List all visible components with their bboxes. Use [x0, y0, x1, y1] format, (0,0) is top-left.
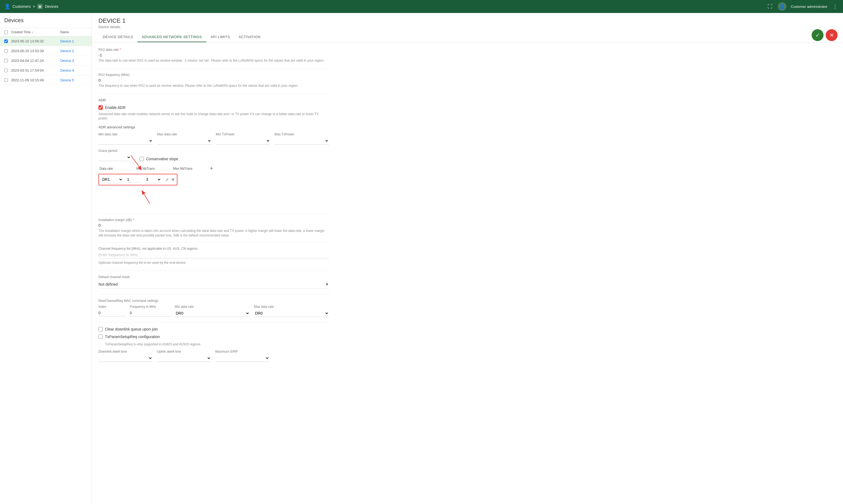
panel-body: RX2 data-rate * -1 The data-rate to use …	[92, 42, 335, 383]
dr-row-actions: ✓ ✕	[165, 177, 175, 182]
channel-freq-hint: Optional channel frequency list to be us…	[99, 260, 329, 265]
breadcrumb: 👤 Customers > ▦ Devices	[4, 3, 58, 10]
tx-param-row: TxParamSetupReq configuration	[99, 335, 329, 339]
max-data-rate-select[interactable]	[157, 137, 211, 145]
channel-freq-input[interactable]	[99, 252, 329, 258]
rx2-frequency-group: RX2 frequency (MHz) 0 The frequency to u…	[99, 73, 329, 88]
dr-data-rate-select[interactable]: DR1 DR0 DR2 DR3	[101, 176, 123, 183]
breadcrumb-customers[interactable]: Customers	[13, 4, 31, 8]
max-eirp-label: Maximum EIRP	[215, 350, 269, 354]
list-item[interactable]: 2023-05-10 13:53:39 Device 2	[0, 46, 92, 56]
downlink-dwell-select[interactable]	[99, 355, 153, 362]
list-item[interactable]: 2023-05-10 13:56:32 Device 1	[0, 36, 92, 46]
device-checkbox[interactable]	[4, 59, 8, 62]
breadcrumb-separator: >	[33, 4, 35, 8]
dr-table-header: Data rate Min NbTrans Max NbTrans +	[99, 165, 329, 172]
device-time: 2023-05-10 13:56:32	[11, 39, 57, 43]
min-data-rate-select[interactable]	[99, 137, 153, 145]
max-eirp-select[interactable]	[215, 355, 269, 362]
person-icon: 👤	[4, 3, 10, 10]
mac-min-data-rate-select[interactable]: DR0 DR1 DR2	[175, 310, 250, 317]
nav-right: ⛶ 👤 Customer administrator ⋮	[767, 2, 839, 11]
device-list: 2023-05-10 13:56:32 Device 1 2023-05-10 …	[0, 36, 92, 85]
mac-frequency-label: Frequency in MHz	[130, 305, 170, 309]
tab-device-details[interactable]: DEVICE DETAILS	[99, 32, 137, 42]
confirm-button[interactable]: ✓	[812, 29, 824, 41]
clear-downlink-label: Clear downlink queue upon join	[105, 327, 158, 331]
device-name: Device 4	[60, 68, 87, 72]
max-nb-trans-select[interactable]: 3 1 2 4	[145, 176, 161, 183]
device-checkbox[interactable]	[4, 78, 8, 82]
close-icon: ✕	[829, 32, 834, 38]
mac-max-data-rate-select[interactable]: DR0 DR1 DR2	[254, 310, 329, 317]
adr-section: ADR Enable ADR Advanced data rate mode e…	[99, 98, 329, 210]
list-item[interactable]: 2022-11-09 10:15:49 Device 5	[0, 75, 92, 85]
panel-header: DEVICE 1 Device details DEVICE DETAILS A…	[92, 13, 843, 42]
rx2-data-rate-value: -1	[99, 53, 329, 57]
breadcrumb-devices[interactable]: Devices	[45, 4, 58, 8]
dr-row-container: DR1 DR0 DR2 DR3 3 1 2 4	[99, 174, 177, 187]
sort-by-created-time[interactable]: Created Time ↓	[4, 30, 59, 34]
max-eirp-col: Maximum EIRP	[215, 350, 269, 362]
mac-min-data-rate-label: Min data rate	[175, 305, 250, 309]
conservative-slope-col: Conservative slope	[140, 157, 178, 161]
tabs: DEVICE DETAILS ADVANCED NETWORK SETTINGS…	[99, 32, 837, 42]
adr-advanced-grid: Min data rate Max data rate Min TxPower	[99, 132, 329, 145]
max-data-rate-col: Max data rate	[157, 132, 211, 145]
rx2-data-rate-label: RX2 data-rate *	[99, 48, 329, 52]
list-item[interactable]: 2023-04-04 11:47:24 Device 3	[0, 56, 92, 66]
device-checkbox[interactable]	[4, 39, 8, 43]
min-tx-power-select[interactable]	[216, 137, 270, 145]
max-tx-power-col: Max TxPower	[275, 132, 329, 145]
list-item[interactable]: 2023-03-31 17:54:04 Device 4	[0, 66, 92, 75]
sidebar-table-header: Created Time ↓ Name	[0, 28, 92, 36]
clear-downlink-checkbox[interactable]	[99, 327, 103, 331]
device-time: 2023-03-31 17:54:04	[11, 68, 57, 72]
device-checkbox[interactable]	[4, 69, 8, 72]
dr-confirm-button[interactable]: ✓	[165, 177, 169, 182]
min-data-rate-label: Min data rate	[99, 132, 153, 136]
min-nb-trans-input[interactable]	[127, 176, 141, 183]
svg-line-3	[142, 190, 150, 204]
enable-adr-checkbox[interactable]	[99, 105, 103, 110]
user-info: Customer administrator	[791, 5, 827, 8]
mac-frequency-value: 0	[130, 310, 170, 317]
mac-index-label: Index	[99, 305, 125, 309]
uplink-dwell-col: Uplink dwell time	[157, 350, 211, 362]
grace-period-select[interactable]	[99, 154, 131, 161]
mac-max-data-rate-col: Max data rate DR0 DR1 DR2	[254, 305, 329, 317]
dwell-time-group: Downlink dwell time Uplink dwell time Ma…	[99, 350, 329, 362]
default-channel-mask-label: Default channel mask	[99, 275, 329, 279]
tx-param-checkbox[interactable]	[99, 335, 103, 339]
min-tx-power-col: Min TxPower	[216, 132, 270, 145]
new-channel-req-label: NewChannelReq MAC command settings	[99, 299, 329, 303]
downlink-dwell-col: Downlink dwell time	[99, 350, 153, 362]
min-tx-power-label: Min TxPower	[216, 132, 270, 136]
chevron-down-icon[interactable]: ▼	[325, 282, 329, 286]
device-name: Device 2	[60, 49, 87, 53]
device-name: Device 5	[60, 78, 87, 82]
channel-freq-label: Channel frequency list (MHz), not applic…	[99, 247, 329, 251]
tab-activation[interactable]: ACTIVATION	[234, 32, 265, 42]
installation-margin-label: Installation margin (dB) *	[99, 218, 329, 222]
uplink-dwell-label: Uplink dwell time	[157, 350, 211, 354]
uplink-dwell-select[interactable]	[157, 355, 211, 362]
select-all-checkbox[interactable]	[4, 31, 8, 34]
more-button[interactable]: ⋮	[832, 2, 839, 11]
mac-min-data-rate-col: Min data rate DR0 DR1 DR2	[175, 305, 250, 317]
fullscreen-button[interactable]: ⛶	[767, 3, 773, 11]
cancel-button[interactable]: ✕	[826, 29, 838, 41]
tab-api-limits[interactable]: API LIMITS	[206, 32, 234, 42]
conservative-slope-checkbox[interactable]	[140, 157, 144, 161]
tab-advanced-network-settings[interactable]: ADVANCED NETWORK SETTINGS	[137, 32, 206, 42]
device-checkbox[interactable]	[4, 49, 8, 53]
clear-downlink-row: Clear downlink queue upon join	[99, 327, 329, 331]
content-area: ✓ ✕ DEVICE 1 Device details DEVICE DETAI…	[92, 13, 843, 504]
dwell-grid: Downlink dwell time Uplink dwell time Ma…	[99, 350, 329, 362]
max-tx-power-select[interactable]	[275, 137, 329, 145]
device-name: Device 3	[60, 59, 87, 63]
enable-adr-row: Enable ADR	[99, 105, 329, 110]
dr-cancel-button[interactable]: ✕	[171, 177, 175, 182]
devices-icon: ▦	[37, 4, 43, 9]
add-dr-row-button[interactable]: +	[210, 165, 213, 172]
